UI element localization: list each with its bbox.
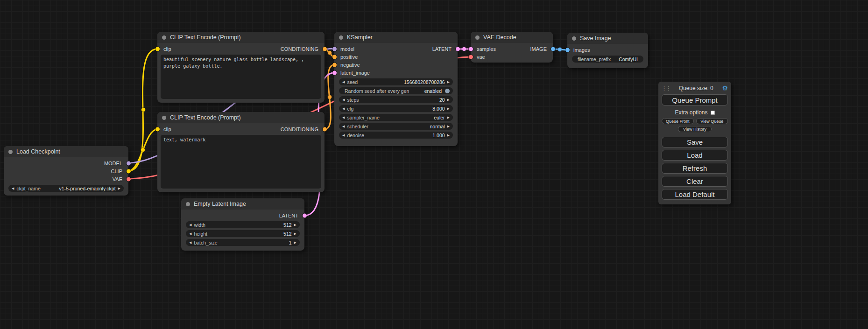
output-slot-clip: CLIP	[4, 167, 128, 175]
node-empty-latent-image[interactable]: Empty Latent Image LATENT ◀ width 512 ▶ …	[181, 198, 304, 251]
node-clip-text-encode-negative[interactable]: CLIP Text Encode (Prompt) clip CONDITION…	[157, 112, 325, 192]
input-label: negative	[340, 62, 360, 68]
arrow-left-icon[interactable]: ◀	[189, 232, 191, 235]
prompt-textarea[interactable]: beautiful scenery nature glass bottle la…	[161, 55, 321, 99]
node-title: CLIP Text Encode (Prompt)	[170, 114, 241, 121]
arrow-left-icon[interactable]: ◀	[342, 107, 345, 110]
link-negative-conditioning	[325, 65, 334, 129]
slot-row: positive	[334, 53, 458, 61]
node-title-bar[interactable]: CLIP Text Encode (Prompt)	[157, 32, 325, 43]
arrow-left-icon[interactable]: ◀	[342, 98, 345, 101]
node-load-checkpoint[interactable]: Load Checkpoint MODEL CLIP VAE ◀ ckpt_na…	[4, 146, 128, 196]
node-title-bar[interactable]: Save Image	[567, 33, 648, 44]
queue-size-label: Queue size: 0	[672, 85, 720, 91]
widget-random-seed-toggle[interactable]: Random seed after every gen enabled	[339, 87, 453, 94]
node-vae-decode[interactable]: VAE Decode samples IMAGE vae	[471, 32, 553, 63]
widget-filename-prefix[interactable]: filename_prefix ComfyUI	[572, 56, 643, 63]
widget-height[interactable]: ◀ height 512 ▶	[186, 230, 300, 237]
arrow-right-icon[interactable]: ▶	[118, 187, 120, 190]
node-save-image[interactable]: Save Image images filename_prefix ComfyU…	[567, 33, 648, 68]
arrow-left-icon[interactable]: ◀	[342, 80, 345, 84]
extra-options-checkbox[interactable]	[711, 111, 715, 115]
input-pin-clip[interactable]	[155, 47, 160, 51]
output-slot-vae: VAE	[4, 175, 128, 183]
arrow-left-icon[interactable]: ◀	[342, 133, 345, 137]
input-pin-clip[interactable]	[155, 127, 160, 131]
load-default-button[interactable]: Load Default	[662, 189, 728, 200]
arrow-left-icon[interactable]: ◀	[12, 187, 14, 190]
widget-denoise[interactable]: ◀ denoise 1.000 ▶	[339, 132, 453, 139]
output-pin-clip[interactable]	[127, 169, 131, 173]
node-title-bar[interactable]: KSampler	[334, 32, 458, 43]
arrow-right-icon[interactable]: ▶	[447, 107, 450, 110]
node-status-dot	[8, 150, 13, 154]
input-label: positive	[340, 54, 358, 60]
node-title-bar[interactable]: CLIP Text Encode (Prompt)	[157, 112, 325, 123]
output-pin-conditioning[interactable]	[323, 127, 327, 131]
arrow-right-icon[interactable]: ▶	[294, 241, 296, 244]
input-pin-vae[interactable]	[469, 55, 473, 59]
widget-ckpt-name[interactable]: ◀ ckpt_name v1-5-pruned-emaonly.ckpt ▶	[8, 185, 124, 192]
widget-sampler-name[interactable]: ◀ sampler_name euler ▶	[339, 114, 453, 121]
view-history-button[interactable]: View History	[678, 126, 712, 132]
arrow-right-icon[interactable]: ▶	[447, 133, 450, 137]
arrow-right-icon[interactable]: ▶	[447, 116, 450, 119]
arrow-right-icon[interactable]: ▶	[294, 223, 296, 226]
link-dot	[558, 48, 562, 52]
node-status-dot	[572, 36, 576, 41]
input-pin-images[interactable]	[565, 48, 570, 52]
arrow-left-icon[interactable]: ◀	[342, 125, 345, 128]
widget-batch-size[interactable]: ◀ batch_size 1 ▶	[186, 239, 300, 246]
widget-name: width	[194, 222, 205, 228]
widget-value: enabled	[424, 88, 442, 94]
widget-value: normal	[430, 124, 445, 129]
input-pin-samples[interactable]	[469, 47, 473, 51]
widget-seed[interactable]: ◀ seed 156680208700286 ▶	[339, 78, 453, 85]
load-button[interactable]: Load	[662, 150, 728, 161]
widget-width[interactable]: ◀ width 512 ▶	[186, 221, 300, 228]
link-dot	[462, 47, 466, 51]
node-clip-text-encode-positive[interactable]: CLIP Text Encode (Prompt) clip CONDITION…	[157, 32, 325, 103]
output-pin-conditioning[interactable]	[323, 47, 327, 51]
toggle-circle-icon[interactable]	[445, 89, 450, 93]
queue-front-button[interactable]: Queue Front	[662, 118, 694, 124]
output-pin-vae[interactable]	[127, 177, 131, 181]
arrow-right-icon[interactable]: ▶	[294, 232, 296, 235]
arrow-right-icon[interactable]: ▶	[447, 125, 450, 128]
arrow-right-icon[interactable]: ▶	[447, 98, 450, 101]
node-status-dot	[186, 202, 190, 206]
input-pin-negative[interactable]	[332, 63, 337, 67]
output-pin-model[interactable]	[127, 161, 131, 165]
input-pin-latent-image[interactable]	[332, 70, 337, 75]
arrow-left-icon[interactable]: ◀	[189, 223, 191, 226]
widget-steps[interactable]: ◀ steps 20 ▶	[339, 96, 453, 103]
queue-prompt-button[interactable]: Queue Prompt	[662, 94, 728, 105]
drag-handle-icon[interactable]: ⋮⋮	[662, 85, 670, 91]
node-ksampler[interactable]: KSampler model LATENT positive negative …	[334, 32, 458, 146]
widget-scheduler[interactable]: ◀ scheduler normal ▶	[339, 123, 453, 130]
refresh-button[interactable]: Refresh	[662, 163, 728, 174]
input-pin-positive[interactable]	[332, 55, 337, 59]
node-title-bar[interactable]: Empty Latent Image	[181, 198, 304, 210]
widget-name: sampler_name	[347, 115, 379, 120]
node-title-bar[interactable]: Load Checkpoint	[4, 146, 128, 157]
arrow-left-icon[interactable]: ◀	[189, 241, 191, 244]
node-title-bar[interactable]: VAE Decode	[471, 32, 553, 43]
widget-name: batch_size	[194, 240, 217, 245]
output-label: IMAGE	[530, 46, 547, 52]
arrow-right-icon[interactable]: ▶	[447, 80, 450, 84]
node-graph-canvas[interactable]: { "canvas": { "background": "#171717", "…	[0, 0, 868, 329]
output-pin-image[interactable]	[551, 47, 555, 51]
widget-cfg[interactable]: ◀ cfg 8.000 ▶	[339, 105, 453, 112]
output-pin-latent[interactable]	[303, 213, 307, 217]
save-button[interactable]: Save	[662, 137, 728, 147]
widget-name: filename_prefix	[578, 56, 611, 62]
clear-button[interactable]: Clear	[662, 176, 728, 187]
settings-gear-icon[interactable]: ⚙	[722, 84, 728, 92]
view-queue-button[interactable]: View Queue	[696, 118, 728, 124]
node-status-dot	[475, 35, 480, 40]
output-pin-latent[interactable]	[456, 47, 460, 51]
prompt-textarea[interactable]: text, watermark	[161, 135, 321, 189]
input-pin-model[interactable]	[332, 47, 337, 51]
arrow-left-icon[interactable]: ◀	[342, 116, 345, 119]
